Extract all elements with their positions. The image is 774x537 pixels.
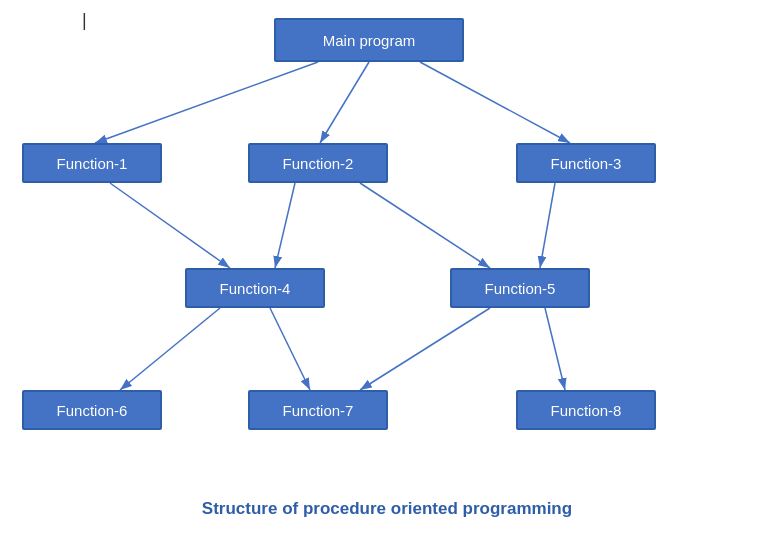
label-f5: Function-5: [485, 280, 556, 297]
box-f3: Function-3: [516, 143, 656, 183]
svg-line-7: [540, 183, 555, 268]
label-f2: Function-2: [283, 155, 354, 172]
box-f4: Function-4: [185, 268, 325, 308]
label-f6: Function-6: [57, 402, 128, 419]
svg-line-9: [270, 308, 310, 390]
svg-line-6: [360, 183, 490, 268]
box-f8: Function-8: [516, 390, 656, 430]
svg-line-5: [275, 183, 295, 268]
label-f4: Function-4: [220, 280, 291, 297]
svg-line-10: [360, 308, 490, 390]
arrows-svg: [0, 0, 774, 537]
cursor-indicator: |: [82, 10, 87, 31]
svg-line-4: [110, 183, 230, 268]
label-f3: Function-3: [551, 155, 622, 172]
svg-line-2: [320, 62, 369, 143]
label-f8: Function-8: [551, 402, 622, 419]
svg-line-11: [545, 308, 565, 390]
box-f2: Function-2: [248, 143, 388, 183]
box-main: Main program: [274, 18, 464, 62]
svg-line-1: [95, 62, 318, 143]
box-f1: Function-1: [22, 143, 162, 183]
box-f6: Function-6: [22, 390, 162, 430]
diagram-container: | Main program Function-1: [0, 0, 774, 537]
label-f1: Function-1: [57, 155, 128, 172]
box-f7: Function-7: [248, 390, 388, 430]
label-main: Main program: [323, 32, 416, 49]
caption: Structure of procedure oriented programm…: [202, 499, 572, 519]
svg-line-3: [420, 62, 570, 143]
box-f5: Function-5: [450, 268, 590, 308]
label-f7: Function-7: [283, 402, 354, 419]
svg-line-8: [120, 308, 220, 390]
